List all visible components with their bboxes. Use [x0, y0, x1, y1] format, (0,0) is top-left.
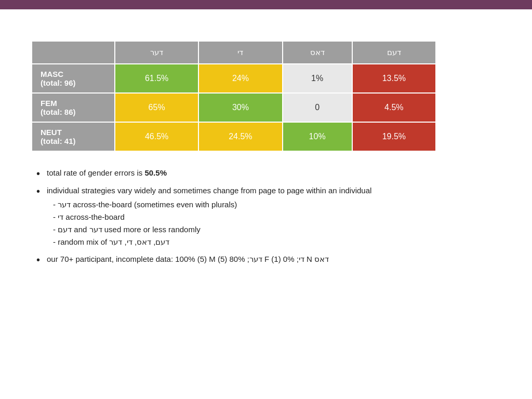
table-cell: 65% [115, 93, 198, 122]
table-cell: 1% [283, 64, 352, 93]
sub-bullet-item: - דער across-the-board (sometimes even w… [53, 198, 501, 211]
bullet-text: total rate of gender errors is 50.5% [47, 167, 501, 179]
bullet-item: •total rate of gender errors is 50.5% [36, 167, 501, 180]
bullet-item: •our 70+ participant, incomplete data: 1… [36, 254, 501, 266]
data-table-container: דער די דאס דעם MASC(total: 96)61.5%24%1%… [31, 41, 501, 152]
main-content: דער די דאס דעם MASC(total: 96)61.5%24%1%… [0, 9, 532, 282]
header-dos: דאס [283, 41, 352, 64]
bullet-section: •total rate of gender errors is 50.5%•in… [31, 167, 501, 266]
table-cell: 0 [283, 93, 352, 122]
bullet-text: our 70+ participant, incomplete data: 10… [47, 254, 501, 265]
table-cell: 24% [198, 64, 282, 93]
bullet-dot: • [36, 167, 47, 180]
bullet-dot: • [36, 254, 47, 266]
table-cell: 19.5% [352, 122, 436, 151]
results-table: דער די דאס דעם MASC(total: 96)61.5%24%1%… [31, 41, 436, 152]
row-label: FEM(total: 86) [32, 93, 115, 122]
table-cell: 30% [198, 93, 282, 122]
row-label: MASC(total: 96) [32, 64, 115, 93]
table-header-row: דער די דאס דעם [32, 41, 436, 64]
table-row: MASC(total: 96)61.5%24%1%13.5% [32, 64, 436, 93]
table-row: FEM(total: 86)65%30%04.5% [32, 93, 436, 122]
table-cell: 10% [283, 122, 352, 151]
bullet-item: •individual strategies vary widely and s… [36, 185, 501, 248]
bullet-text: individual strategies vary widely and so… [47, 185, 501, 248]
table-row: NEUT(total: 41)46.5%24.5%10%19.5% [32, 122, 436, 151]
table-body: MASC(total: 96)61.5%24%1%13.5%FEM(total:… [32, 64, 436, 151]
header-empty [32, 41, 115, 64]
header-dem: דעם [352, 41, 436, 64]
header-der: דער [115, 41, 198, 64]
table-cell: 13.5% [352, 64, 436, 93]
sub-bullet-item: - די across-the-board [53, 211, 501, 223]
sub-bullet-item: - דעם and דער used more or less randomly [53, 223, 501, 236]
sub-bullets: - דער across-the-board (sometimes even w… [53, 198, 501, 248]
table-cell: 4.5% [352, 93, 436, 122]
row-label: NEUT(total: 41) [32, 122, 115, 151]
top-bar [0, 0, 532, 9]
table-cell: 61.5% [115, 64, 198, 93]
table-cell: 46.5% [115, 122, 198, 151]
table-cell: 24.5% [198, 122, 282, 151]
bullet-dot: • [36, 185, 47, 197]
sub-bullet-item: - random mix of דעם, דאס, די, דער [53, 236, 501, 248]
header-di: די [198, 41, 282, 64]
